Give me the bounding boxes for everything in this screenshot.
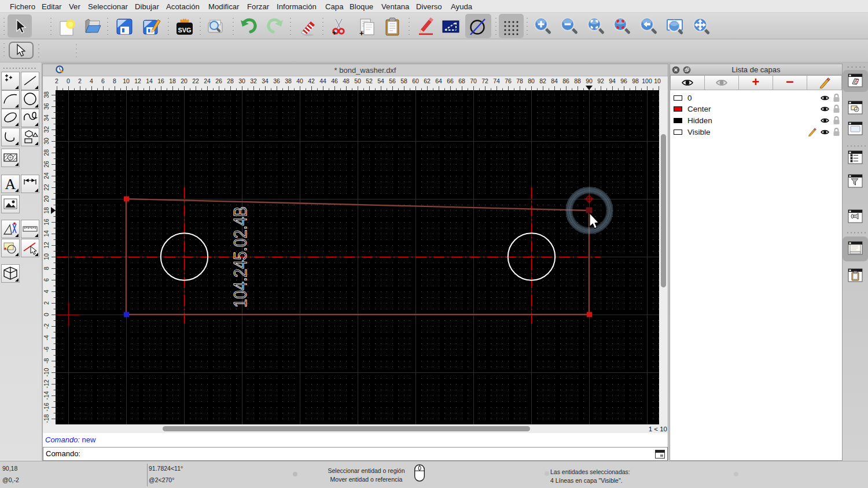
svg-text:12: 12: [134, 77, 141, 84]
svg-text:SVG: SVG: [178, 27, 191, 34]
svg-text:8: 8: [43, 267, 50, 270]
svg-text:54: 54: [377, 77, 384, 84]
svg-text:82: 82: [539, 77, 546, 84]
svg-text:+: +: [332, 29, 336, 36]
svg-text:90: 90: [586, 77, 593, 84]
svg-text:30: 30: [43, 138, 50, 145]
svg-text:2: 2: [55, 77, 58, 84]
svg-text:74: 74: [493, 77, 500, 84]
svg-text:58: 58: [400, 77, 407, 84]
svg-text:100: 100: [642, 77, 652, 84]
svg-text:6: 6: [101, 77, 105, 84]
svg-text:-8: -8: [43, 358, 50, 363]
svg-text:-14: -14: [43, 391, 50, 400]
svg-text:98: 98: [632, 77, 639, 84]
svg-text:24: 24: [204, 77, 211, 84]
svg-text:14: 14: [146, 77, 153, 84]
svg-text:0: 0: [67, 77, 70, 84]
svg-text:-4: -4: [43, 335, 50, 340]
svg-text:-2: -2: [43, 323, 50, 328]
svg-text:0: 0: [43, 313, 50, 316]
svg-text:10: 10: [43, 253, 50, 260]
svg-text:42: 42: [308, 77, 315, 84]
svg-text:48: 48: [343, 77, 350, 84]
svg-text:30: 30: [238, 77, 245, 84]
svg-text:28: 28: [43, 149, 50, 156]
svg-text:92: 92: [597, 77, 604, 84]
svg-text:32: 32: [43, 126, 50, 133]
svg-text:+: +: [359, 29, 364, 36]
svg-text:12: 12: [43, 242, 50, 249]
svg-text:26: 26: [215, 77, 222, 84]
svg-text:76: 76: [505, 77, 512, 84]
svg-text:10: 10: [123, 77, 130, 84]
svg-text:88: 88: [574, 77, 581, 84]
svg-text:52: 52: [366, 77, 373, 84]
svg-text:72: 72: [481, 77, 488, 84]
svg-text:38: 38: [43, 91, 50, 98]
svg-text:20: 20: [43, 195, 50, 202]
svg-text:64: 64: [435, 77, 442, 84]
svg-text:34: 34: [43, 114, 50, 121]
svg-text:22: 22: [192, 77, 199, 84]
svg-text:38: 38: [285, 77, 292, 84]
svg-text:6: 6: [43, 278, 50, 282]
svg-text:10: 10: [654, 77, 661, 84]
svg-text:28: 28: [227, 77, 234, 84]
svg-text:24: 24: [43, 172, 50, 179]
svg-text:40: 40: [296, 77, 303, 84]
svg-text:62: 62: [424, 77, 431, 84]
svg-text:-12: -12: [43, 379, 50, 388]
svg-text:84: 84: [551, 77, 558, 84]
svg-text:16: 16: [157, 77, 164, 84]
svg-text:8: 8: [113, 77, 116, 84]
svg-text:56: 56: [389, 77, 396, 84]
svg-text:44: 44: [319, 77, 326, 84]
svg-text:34: 34: [262, 77, 269, 84]
svg-text:70: 70: [470, 77, 477, 84]
svg-text:50: 50: [354, 77, 361, 84]
svg-text:32: 32: [250, 77, 257, 84]
svg-text:96: 96: [620, 77, 627, 84]
svg-text:22: 22: [43, 184, 50, 191]
svg-text:16: 16: [43, 219, 50, 225]
svg-text:4: 4: [43, 290, 50, 293]
svg-text:66: 66: [447, 77, 454, 84]
svg-text:-6: -6: [43, 346, 50, 352]
svg-text:14: 14: [43, 230, 50, 237]
svg-text:A: A: [5, 176, 16, 193]
svg-text:86: 86: [562, 77, 569, 84]
svg-text:2: 2: [43, 301, 50, 305]
svg-text:2: 2: [78, 77, 82, 84]
svg-text:26: 26: [43, 161, 50, 168]
svg-text:60: 60: [412, 77, 419, 84]
svg-text:-18: -18: [43, 414, 50, 423]
svg-text:-16: -16: [43, 402, 50, 411]
svg-text:104.245.02.4B: 104.245.02.4B: [230, 206, 251, 308]
svg-text:18: 18: [169, 77, 176, 84]
svg-text:46: 46: [331, 77, 338, 84]
svg-text:80: 80: [528, 77, 535, 84]
svg-text:18: 18: [43, 207, 50, 214]
svg-text:94: 94: [609, 77, 616, 84]
svg-text:20: 20: [181, 77, 187, 84]
svg-text:36: 36: [43, 103, 50, 110]
svg-text:68: 68: [458, 77, 465, 84]
svg-text:-10: -10: [43, 368, 50, 376]
svg-text:78: 78: [516, 77, 523, 84]
svg-text:36: 36: [273, 77, 280, 84]
svg-text:4: 4: [90, 77, 93, 84]
